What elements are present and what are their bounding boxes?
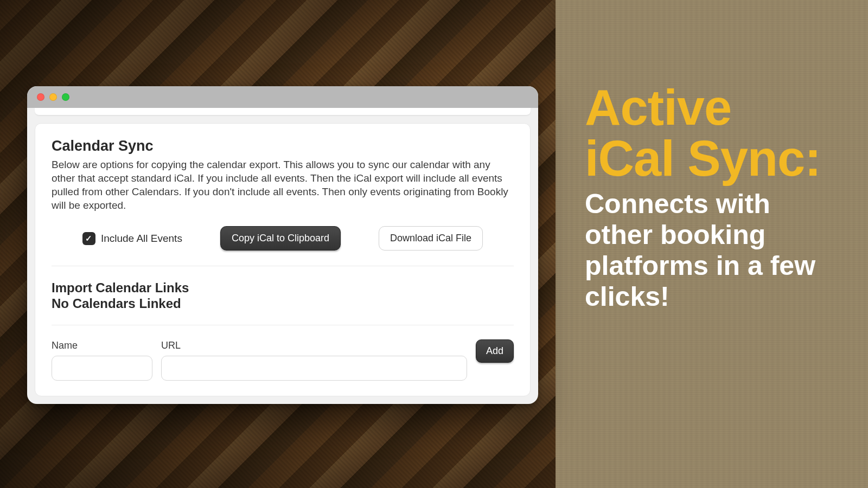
calendar-sync-card: Calendar Sync Below are options for copy… — [35, 123, 531, 396]
import-header: Import Calendar Links No Calendars Linke… — [52, 280, 514, 325]
promo-headline: Active iCal Sync: — [585, 82, 842, 184]
name-label: Name — [52, 340, 152, 351]
promo-subline: Connects with other booking platforms in… — [585, 189, 842, 312]
promo-headline-line2: iCal Sync: — [585, 131, 821, 186]
url-label: URL — [161, 340, 467, 351]
maximize-icon[interactable] — [62, 93, 69, 101]
close-icon[interactable] — [37, 93, 44, 101]
calendar-sync-description: Below are options for copying the calend… — [52, 158, 514, 212]
import-title: Import Calendar Links — [52, 280, 514, 296]
calendar-sync-title: Calendar Sync — [52, 138, 514, 155]
import-empty-state: No Calendars Linked — [52, 296, 514, 312]
window-chrome-strip — [35, 108, 531, 115]
calendar-sync-actions: ✓ Include All Events Copy iCal to Clipbo… — [52, 226, 514, 266]
url-input[interactable] — [161, 356, 467, 381]
app-window: Calendar Sync Below are options for copy… — [27, 86, 538, 404]
include-all-events-label: Include All Events — [101, 233, 182, 245]
import-form-row: Name URL Add — [52, 339, 514, 381]
download-ical-button[interactable]: Download iCal File — [379, 226, 483, 251]
add-button[interactable]: Add — [476, 339, 514, 363]
copy-ical-button[interactable]: Copy iCal to Clipboard — [220, 226, 341, 251]
name-input[interactable] — [52, 356, 152, 381]
name-field: Name — [52, 340, 152, 381]
add-button-wrap: Add — [476, 339, 514, 381]
promo-panel: Active iCal Sync: Connects with other bo… — [556, 0, 868, 488]
promo-headline-line1: Active — [585, 80, 731, 135]
window-titlebar — [27, 86, 538, 108]
checkbox-checked-icon[interactable]: ✓ — [82, 232, 95, 245]
minimize-icon[interactable] — [49, 93, 57, 101]
url-field: URL — [161, 340, 467, 381]
include-all-events-option[interactable]: ✓ Include All Events — [82, 232, 182, 245]
